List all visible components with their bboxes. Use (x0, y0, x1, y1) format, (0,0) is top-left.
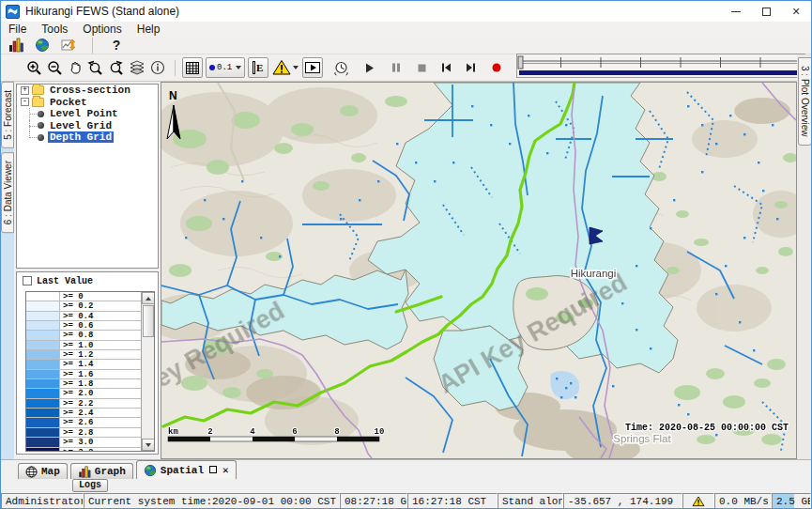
tab-data-viewer[interactable]: 6 : Data Viewer (1, 152, 14, 233)
legend-row[interactable]: >= 1.6 (26, 370, 141, 379)
svg-text:4: 4 (250, 427, 255, 437)
legend-row[interactable]: >= 1.4 (26, 360, 141, 369)
map-toolbar: 0.1 E (1, 54, 797, 82)
legend-swatch (26, 379, 60, 388)
map-canvas[interactable]: N API Key Required API Key Required Hiku… (161, 83, 796, 458)
svg-text:6: 6 (292, 427, 297, 437)
tree-item-cross-section[interactable]: + Cross-section (17, 85, 158, 97)
svg-text:N: N (169, 89, 177, 102)
tab-restore-icon[interactable] (209, 465, 217, 476)
window-title: Hikurangi FEWS (Stand alone) (25, 5, 179, 18)
legend-row[interactable]: >= 0.2 (26, 301, 141, 311)
info-icon (150, 60, 165, 75)
play-button[interactable] (359, 57, 379, 78)
legend-row[interactable]: >= 3.0 (26, 438, 141, 447)
animation-clock-icon (333, 60, 349, 76)
stop-icon (417, 63, 427, 73)
legend-row[interactable]: >= 1.0 (26, 341, 141, 350)
tree-item-depth-grid[interactable]: Depth Grid (17, 131, 158, 144)
timeline-handle[interactable] (518, 56, 523, 69)
zoom-in-button[interactable] (23, 57, 44, 78)
legend-label: >= 3.2 (60, 448, 93, 452)
menu-help[interactable]: Help (130, 22, 168, 37)
maximize-button[interactable] (751, 1, 781, 22)
node-bullet-icon (38, 134, 44, 141)
bar-chart-icon (8, 38, 23, 53)
zoom-next-button[interactable] (106, 57, 127, 78)
zoom-previous-button[interactable] (85, 57, 106, 78)
legend-row[interactable]: >= 3.2 (26, 448, 141, 452)
map-display-button[interactable] (33, 35, 52, 55)
legend-row[interactable]: >= 2.0 (26, 389, 141, 398)
scroll-down-button[interactable] (142, 439, 155, 451)
legend-label: >= 2.2 (60, 399, 93, 408)
layers-button[interactable] (127, 57, 147, 78)
legend-label: >= 1.6 (60, 370, 93, 378)
scroll-up-button[interactable] (142, 292, 155, 304)
legend-row[interactable]: >= 2.8 (26, 428, 141, 438)
svg-text:10: 10 (375, 427, 385, 437)
pause-button[interactable] (386, 57, 406, 78)
legend-label: >= 2.8 (60, 428, 93, 437)
close-button[interactable]: ✕ (781, 1, 811, 22)
legend-e-icon: E (253, 61, 264, 74)
zoom-out-button[interactable] (44, 57, 65, 78)
expand-icon[interactable]: + (21, 86, 29, 95)
interval-dropdown[interactable]: 0.1 (206, 57, 245, 78)
legend-label: >= 2.6 (60, 418, 93, 426)
help-button[interactable]: ? (107, 35, 126, 55)
record-button[interactable] (486, 57, 507, 78)
map-panel: N API Key Required API Key Required Hiku… (161, 82, 797, 459)
legend-row[interactable]: >= 1.2 (26, 350, 141, 360)
legend-swatch (26, 418, 60, 426)
timeline-slider[interactable] (516, 54, 805, 82)
legend-row[interactable]: >= 0.4 (26, 312, 141, 321)
animation-settings-button[interactable] (330, 57, 351, 78)
legend-swatch (26, 360, 60, 368)
tab-close-icon[interactable]: ✕ (222, 464, 229, 476)
tree-item-label: Cross-section (48, 85, 132, 96)
explorer-button[interactable] (7, 35, 25, 55)
legend-row[interactable]: >= 0.8 (26, 331, 141, 340)
status-download-rate: 0.0 MB/s (714, 493, 772, 509)
collapse-icon[interactable]: - (21, 98, 29, 106)
logs-button[interactable]: Logs (72, 479, 108, 492)
tree-item-pocket[interactable]: - Pocket (17, 97, 158, 109)
legend-row[interactable]: >= 2.4 (26, 409, 141, 418)
tab-map[interactable]: Map (18, 463, 68, 479)
spatial-display-button[interactable] (59, 35, 78, 55)
stop-button[interactable] (411, 57, 432, 78)
tree-item-level-grid[interactable]: Level Grid (17, 120, 158, 132)
legend-row[interactable]: >= 0 (26, 292, 141, 301)
play-panel-icon (305, 62, 320, 73)
legend-row[interactable]: >= 1.8 (26, 379, 141, 389)
legend-toggle-button[interactable]: E (248, 57, 268, 78)
tab-graph[interactable]: Graph (70, 463, 133, 479)
info-button[interactable] (147, 57, 168, 78)
tab-forecast[interactable]: 5 : Forecast (1, 82, 14, 148)
tab-plot-overview[interactable]: 3 : Plot Overview (798, 57, 812, 146)
legend-row[interactable]: >= 2.6 (26, 418, 141, 427)
legend-swatch (26, 399, 60, 408)
pan-button[interactable] (65, 57, 85, 78)
scrollbar-thumb[interactable] (143, 305, 154, 337)
grid-toggle-button[interactable] (182, 57, 203, 78)
map-time-label: Time: 2020-08-25 00:00:00 CST (625, 423, 789, 433)
warning-dropdown[interactable] (272, 59, 299, 76)
play-icon (363, 62, 375, 74)
globe-icon (35, 38, 50, 53)
legend-swatch (26, 331, 60, 339)
legend-row[interactable]: >= 2.2 (26, 399, 141, 409)
skip-to-start-button[interactable] (436, 57, 456, 78)
legend-row[interactable]: >= 0.6 (26, 321, 141, 331)
legend-scrollbar[interactable] (141, 292, 154, 451)
tab-spatial[interactable]: Spatial ✕ (136, 460, 237, 479)
grid-icon (186, 62, 199, 74)
legend-swatch (26, 370, 60, 378)
last-value-checkbox[interactable] (23, 276, 32, 285)
minimize-button[interactable] (721, 1, 751, 22)
status-warning-cell[interactable] (682, 493, 714, 509)
skip-to-end-button[interactable] (460, 57, 481, 78)
tree-item-level-point[interactable]: Level Point (17, 108, 158, 120)
animation-panel-button[interactable] (302, 57, 323, 78)
